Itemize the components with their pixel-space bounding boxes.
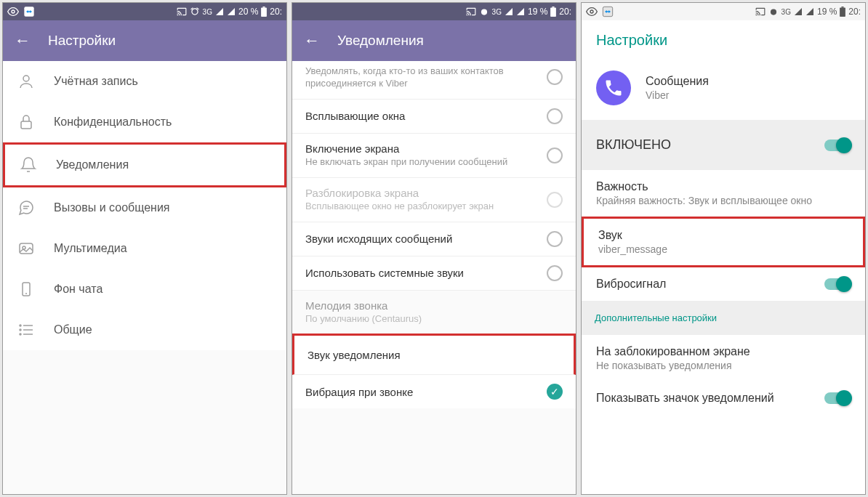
settings-item-general[interactable]: Общие — [3, 310, 286, 350]
row-sub: По умолчанию (Centaurus) — [305, 313, 554, 326]
row-system-sounds[interactable]: Использовать системные звуки — [292, 256, 576, 291]
radio-unchecked[interactable] — [547, 69, 563, 85]
radio-unchecked[interactable] — [547, 148, 563, 163]
check-on-icon[interactable]: ✓ — [547, 384, 563, 400]
svg-rect-3 — [263, 7, 265, 8]
svg-point-4 — [23, 76, 29, 81]
viber-app-icon — [596, 70, 631, 105]
row-outgoing-sounds[interactable]: Звуки исходящих сообщений — [292, 222, 576, 256]
back-icon[interactable]: ← — [15, 31, 31, 50]
user-icon — [16, 71, 36, 92]
screen-2-notifications: 3G 19 % 20: ← Уведомления Уведомлять, ко… — [292, 2, 576, 495]
row-title: Вибрация при звонке — [305, 386, 538, 398]
row-vibrate-call[interactable]: Вибрация при звонке ✓ — [292, 375, 576, 408]
back-icon[interactable]: ← — [304, 31, 320, 50]
row-title: Звуки исходящих сообщений — [305, 233, 538, 245]
settings-item-background[interactable]: Фон чата — [3, 269, 286, 310]
enabled-label: ВКЛЮЧЕНО — [596, 137, 671, 153]
alarm-icon — [479, 7, 489, 17]
item-label: Конфиденциальность — [54, 116, 172, 129]
cast-icon — [755, 7, 765, 17]
lockscreen-row[interactable]: На заблокированном экране Не показывать … — [582, 335, 865, 381]
sound-row[interactable]: Звук viber_message — [582, 217, 865, 267]
battery-icon — [550, 7, 556, 17]
settings-item-media[interactable]: Мультимедиа — [3, 228, 286, 269]
network-type: 3G — [203, 8, 212, 16]
additional-section-header: Дополнительные настройки — [582, 301, 865, 335]
row-sub: Всплывающее окно не разблокирует экран — [305, 201, 538, 213]
row-notification-sound[interactable]: Звук уведомления — [292, 334, 576, 375]
page-title: Уведомления — [337, 33, 424, 49]
row-ringtone[interactable]: Мелодия звонка По умолчанию (Centaurus) — [292, 291, 576, 334]
signal-icon — [505, 7, 513, 16]
eye-icon — [586, 6, 598, 17]
svg-rect-24 — [840, 8, 845, 17]
page-title: Настройки — [48, 33, 116, 49]
app-bar: ← Настройки — [3, 20, 286, 61]
list-icon — [16, 320, 36, 340]
teamviewer-icon — [23, 6, 35, 17]
battery-percent: 19 % — [528, 7, 547, 17]
notification-channel-settings[interactable]: Сообщения Viber ВКЛЮЧЕНО Важность Крайня… — [582, 56, 865, 494]
status-bar: 3G 19 % 20: — [582, 3, 865, 20]
network-type: 3G — [492, 8, 502, 16]
item-label: Фон чата — [54, 283, 103, 296]
row-popup[interactable]: Всплывающие окна — [292, 100, 576, 134]
alarm-icon — [768, 7, 779, 17]
radio-unchecked[interactable] — [547, 265, 563, 281]
time: 20: — [270, 7, 282, 17]
radio-unchecked[interactable] — [547, 108, 563, 124]
signal-icon — [215, 7, 224, 16]
teamviewer-icon — [602, 6, 614, 17]
cast-icon — [177, 7, 187, 17]
network-type: 3G — [781, 8, 791, 16]
signal-icon-2 — [805, 7, 814, 16]
message-icon — [16, 198, 36, 218]
row-sub: Не включать экран при получении сообщени… — [305, 156, 538, 169]
phone-icon — [16, 279, 36, 299]
toggle-on[interactable] — [824, 392, 851, 404]
row-title: Звук уведомления — [308, 349, 552, 361]
notification-settings[interactable]: Уведомлять, когда кто-то из ваших контак… — [292, 61, 576, 494]
svg-point-17 — [20, 334, 21, 335]
row-title: Важность — [596, 180, 812, 193]
settings-item-account[interactable]: Учётная запись — [3, 61, 286, 102]
battery-icon — [840, 7, 845, 17]
eye-icon — [7, 6, 19, 17]
radio-unchecked[interactable] — [547, 231, 563, 247]
item-label: Уведомления — [56, 158, 129, 171]
vibration-row[interactable]: Вибросигнал — [582, 267, 865, 301]
row-join-notify-partial[interactable]: Уведомлять, когда кто-то из ваших контак… — [292, 61, 576, 100]
row-title: Использовать системные звуки — [305, 267, 538, 279]
toggle-on[interactable] — [824, 278, 851, 290]
row-title: Звук — [598, 229, 667, 242]
lock-icon — [16, 112, 36, 132]
signal-icon-2 — [227, 7, 236, 16]
svg-rect-25 — [842, 7, 844, 8]
item-label: Вызовы и сообщения — [54, 201, 170, 214]
row-screen-on[interactable]: Включение экрана Не включать экран при п… — [292, 134, 576, 178]
settings-list: Учётная запись Конфиденциальность Уведом… — [3, 61, 286, 494]
settings-item-notifications[interactable]: Уведомления — [3, 142, 286, 187]
svg-rect-5 — [21, 121, 31, 129]
svg-point-18 — [481, 9, 487, 15]
row-title: Вибросигнал — [596, 278, 666, 291]
svg-rect-19 — [550, 8, 556, 17]
badge-row[interactable]: Показывать значок уведомлений — [582, 381, 865, 415]
importance-row[interactable]: Важность Крайняя важность: Звук и всплыв… — [582, 170, 865, 217]
row-title: Включение экрана — [305, 142, 538, 155]
screen-3-android-settings: 3G 19 % 20: Настройки Сообщения Viber ВК… — [581, 2, 866, 495]
cast-icon — [466, 7, 476, 17]
time: 20: — [559, 7, 571, 17]
row-sub: Крайняя важность: Звук и всплывающее окн… — [596, 195, 812, 206]
signal-icon-2 — [516, 7, 525, 16]
toggle-on[interactable] — [824, 140, 851, 151]
row-title: Показывать значок уведомлений — [596, 392, 774, 405]
app-info-row: Сообщения Viber — [582, 56, 865, 120]
row-sub: viber_message — [598, 243, 667, 255]
app-name: Viber — [646, 89, 709, 101]
settings-item-calls[interactable]: Вызовы и сообщения — [3, 187, 286, 228]
settings-item-privacy[interactable]: Конфиденциальность — [3, 102, 286, 142]
enabled-toggle-row[interactable]: ВКЛЮЧЕНО — [582, 120, 865, 170]
row-title: Всплывающие окна — [305, 110, 538, 122]
